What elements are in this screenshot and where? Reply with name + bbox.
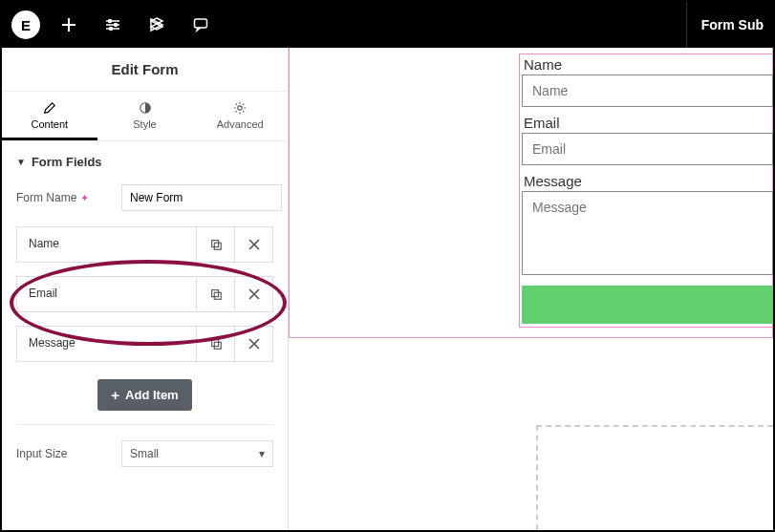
gear-icon xyxy=(233,101,247,115)
half-circle-icon xyxy=(139,101,152,115)
editor-canvas[interactable]: Name Email Message xyxy=(289,48,773,530)
tab-content-label: Content xyxy=(32,118,69,130)
close-icon xyxy=(248,288,260,300)
chevron-down-icon: ▾ xyxy=(259,447,265,460)
svg-point-2 xyxy=(110,28,113,31)
close-icon xyxy=(248,338,260,350)
tab-content[interactable]: Content xyxy=(2,92,97,140)
elementor-logo[interactable]: E xyxy=(11,11,40,39)
form-name-input[interactable] xyxy=(121,184,282,211)
caret-down-icon: ▼ xyxy=(16,157,26,167)
field-item-label: Name xyxy=(17,227,196,262)
svg-rect-6 xyxy=(211,241,218,247)
dynamic-tag-icon[interactable]: ✦ xyxy=(80,192,89,204)
editor-sidebar: Edit Form Content Style Advanced ▼ Form … xyxy=(2,48,289,530)
remove-button[interactable] xyxy=(234,227,272,262)
preview-message-label: Message xyxy=(522,171,773,191)
input-size-value: Small xyxy=(130,447,159,460)
copy-icon xyxy=(209,238,223,251)
tab-style-label: Style xyxy=(133,118,156,130)
field-item-label: Email xyxy=(17,277,196,311)
input-size-row: Input Size Small ▾ xyxy=(2,435,288,473)
site-settings-icon[interactable] xyxy=(101,13,124,36)
add-item-button[interactable]: + Add Item xyxy=(97,379,191,411)
preview-name-label: Name xyxy=(522,54,773,74)
page-title-right: Form Sub xyxy=(686,2,764,48)
remove-button[interactable] xyxy=(234,277,272,311)
preview-email-label: Email xyxy=(522,113,773,133)
field-item-email[interactable]: Email xyxy=(16,276,273,312)
field-item-message[interactable]: Message xyxy=(16,326,273,362)
svg-rect-8 xyxy=(211,290,218,297)
svg-rect-3 xyxy=(195,19,207,28)
close-icon xyxy=(248,239,260,250)
panel-title: Edit Form xyxy=(2,48,288,91)
tab-advanced[interactable]: Advanced xyxy=(192,92,288,140)
plus-icon: + xyxy=(111,388,119,402)
section-form-fields-label: Form Fields xyxy=(32,155,102,169)
pencil-icon xyxy=(43,101,56,115)
preview-submit-button[interactable] xyxy=(522,286,773,324)
svg-point-0 xyxy=(109,20,112,23)
empty-section-dropzone[interactable] xyxy=(536,425,773,530)
copy-icon xyxy=(209,337,223,351)
form-widget-preview[interactable]: Name Email Message xyxy=(519,53,773,328)
add-item-label: Add Item xyxy=(125,388,179,402)
form-name-label: Form Name ✦ xyxy=(16,191,121,204)
field-item-name[interactable]: Name xyxy=(16,226,273,263)
input-size-select[interactable]: Small ▾ xyxy=(121,440,273,467)
duplicate-button[interactable] xyxy=(196,227,234,262)
svg-point-5 xyxy=(238,106,242,110)
svg-rect-11 xyxy=(214,342,221,349)
notes-icon[interactable] xyxy=(189,13,212,36)
structure-icon[interactable] xyxy=(145,13,168,36)
field-item-label: Message xyxy=(17,327,196,361)
svg-rect-10 xyxy=(211,340,218,347)
divider xyxy=(16,424,273,425)
duplicate-button[interactable] xyxy=(196,327,234,361)
duplicate-button[interactable] xyxy=(196,277,234,311)
copy-icon xyxy=(209,287,223,301)
add-element-icon[interactable] xyxy=(57,13,80,36)
preview-name-input[interactable] xyxy=(522,74,773,107)
preview-message-textarea[interactable] xyxy=(522,191,773,275)
tab-advanced-label: Advanced xyxy=(217,118,264,130)
form-name-row: Form Name ✦ xyxy=(2,179,288,217)
svg-rect-7 xyxy=(214,243,221,249)
tab-style[interactable]: Style xyxy=(97,92,193,140)
top-toolbar: E Form Sub xyxy=(2,2,773,48)
input-size-label: Input Size xyxy=(16,447,121,460)
svg-rect-9 xyxy=(214,292,221,299)
form-fields-list: Name Email xyxy=(2,217,288,375)
section-form-fields-header[interactable]: ▼ Form Fields xyxy=(2,141,288,179)
preview-email-input[interactable] xyxy=(522,133,773,165)
remove-button[interactable] xyxy=(234,327,272,361)
svg-point-1 xyxy=(115,24,118,27)
panel-tabs: Content Style Advanced xyxy=(2,91,288,141)
